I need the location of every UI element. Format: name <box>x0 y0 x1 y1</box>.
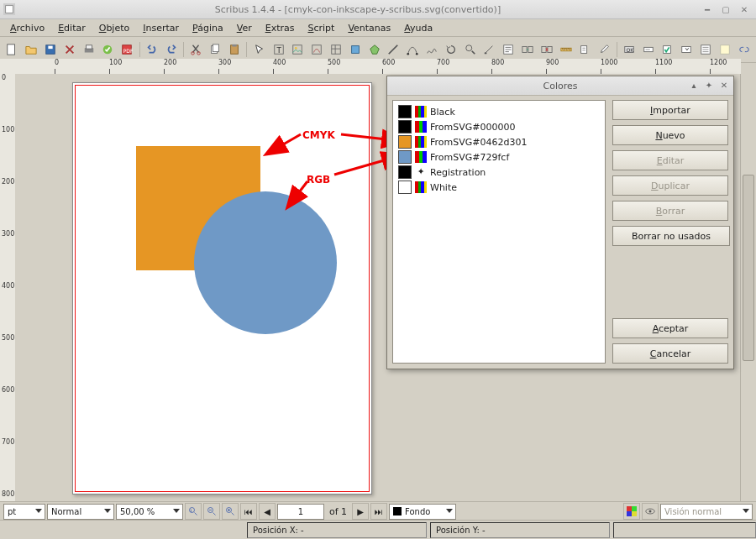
svg-rect-31 <box>542 47 546 53</box>
hruler-tick: 300 <box>218 59 231 66</box>
minimize-icon[interactable]: ━ <box>699 3 716 15</box>
viewmode-combo[interactable]: Normal <box>47 504 114 520</box>
nuevo-button[interactable]: Nuevo <box>612 125 728 145</box>
color-list-item[interactable]: FromSVG#000000 <box>395 119 603 134</box>
image-frame-icon[interactable] <box>289 40 307 59</box>
edit-text-icon[interactable] <box>480 40 498 59</box>
print-icon[interactable] <box>80 40 97 59</box>
zoom-field[interactable]: 50,00 % <box>116 504 183 520</box>
menu-insertar[interactable]: Insertar <box>138 21 184 35</box>
layer-combo[interactable]: Fondo <box>389 504 456 520</box>
pdf-annot-icon[interactable] <box>716 40 733 59</box>
unit-value: pt <box>8 507 16 516</box>
last-page-icon[interactable]: ⏭ <box>370 503 387 520</box>
unlink-frames-icon[interactable] <box>538 40 555 59</box>
dialog-titlebar[interactable]: Colores ▴ ✦ ✕ <box>387 76 733 96</box>
menu-archivo[interactable]: Archivo <box>5 21 50 35</box>
save-icon[interactable] <box>42 40 60 59</box>
document-page[interactable]: CMYK RGB <box>72 82 372 495</box>
dialog-shade-icon[interactable]: ▴ <box>688 79 700 91</box>
unit-combo[interactable]: pt <box>3 504 45 520</box>
vision-combo[interactable]: Visión normal <box>660 504 753 520</box>
dialog-close-icon[interactable]: ✕ <box>718 79 730 91</box>
story-editor-icon[interactable] <box>500 40 517 59</box>
polygon-icon[interactable] <box>365 40 383 59</box>
dialog-float-icon[interactable]: ✦ <box>703 79 715 91</box>
table-icon[interactable] <box>328 40 345 59</box>
aceptar-button[interactable]: Aceptar <box>612 318 728 338</box>
pdf-pushbutton-icon[interactable]: OK <box>620 40 638 59</box>
undo-icon[interactable] <box>144 40 161 59</box>
pdf-checkbox-icon[interactable] <box>659 40 676 59</box>
zoom-100-icon[interactable]: 1 <box>185 503 202 520</box>
new-file-icon[interactable] <box>3 40 21 59</box>
color-list-item[interactable]: ✦Registration <box>395 165 603 180</box>
color-list-item[interactable]: FromSVG#729fcf <box>395 149 603 165</box>
line-icon[interactable] <box>385 40 402 59</box>
pdf-listbox-icon[interactable] <box>697 40 715 59</box>
vertical-scrollbar[interactable] <box>740 74 756 502</box>
pdf-textfield-icon[interactable] <box>639 40 657 59</box>
layer-value: Fondo <box>405 507 430 516</box>
export-pdf-icon[interactable]: PDF <box>118 40 136 59</box>
cmyk-mode-icon <box>415 181 427 193</box>
open-file-icon[interactable] <box>23 40 40 59</box>
cut-icon[interactable] <box>187 40 205 59</box>
color-list-item[interactable]: FromSVG#0462d301 <box>395 134 603 149</box>
text-frame-icon[interactable]: T <box>270 40 287 59</box>
menu-editar[interactable]: Editar <box>53 21 91 35</box>
prev-page-icon[interactable]: ◀ <box>259 503 276 520</box>
zoom-out-icon[interactable] <box>203 503 220 520</box>
cancelar-button[interactable]: Cancelar <box>612 343 728 364</box>
zoom-icon[interactable] <box>461 40 479 59</box>
close-doc-icon[interactable] <box>60 40 78 59</box>
render-frame-icon[interactable] <box>308 40 326 59</box>
maximize-icon[interactable]: ▢ <box>717 3 734 15</box>
color-name-label: FromSVG#729fcf <box>430 152 509 163</box>
preview-toggle-icon[interactable] <box>642 503 659 520</box>
paste-icon[interactable] <box>226 40 244 59</box>
redo-icon[interactable] <box>162 40 180 59</box>
blue-circle-shape[interactable] <box>194 191 337 334</box>
rotate-icon[interactable] <box>442 40 459 59</box>
importar-button[interactable]: Importar <box>612 100 728 120</box>
color-list-item[interactable]: White <box>395 180 603 195</box>
current-page-field[interactable]: 1 <box>277 504 324 520</box>
posx-label: Posición X: <box>253 526 298 535</box>
editar-button[interactable]: Editar <box>612 150 728 170</box>
shape-icon[interactable] <box>346 40 364 59</box>
colors-listbox[interactable]: BlackFromSVG#000000FromSVG#0462d301FromS… <box>392 100 606 364</box>
menu-script[interactable]: Script <box>302 21 339 35</box>
colors-dialog[interactable]: Colores ▴ ✦ ✕ BlackFromSVG#000000FromSVG… <box>386 76 734 369</box>
link-frames-icon[interactable] <box>519 40 537 59</box>
select-tool-icon[interactable] <box>250 40 268 59</box>
menu-ventanas[interactable]: Ventanas <box>343 21 396 35</box>
measure-icon[interactable] <box>557 40 575 59</box>
toolbar-separator <box>139 42 140 57</box>
freehand-icon[interactable] <box>423 40 441 59</box>
menu-extras[interactable]: Extras <box>260 21 300 35</box>
toolbar-separator <box>246 42 247 57</box>
zoom-in-icon[interactable] <box>222 503 239 520</box>
vscroll-thumb[interactable] <box>743 175 754 361</box>
color-list-item[interactable]: Black <box>395 104 603 119</box>
pdf-link-icon[interactable] <box>735 40 753 59</box>
bezier-icon[interactable] <box>404 40 422 59</box>
preflight-icon[interactable] <box>99 40 117 59</box>
copy-props-icon[interactable] <box>576 40 594 59</box>
first-page-icon[interactable]: ⏮ <box>240 503 257 520</box>
next-page-icon[interactable]: ▶ <box>352 503 369 520</box>
menu-ayuda[interactable]: Ayuda <box>399 21 438 35</box>
close-icon[interactable]: ✕ <box>736 3 753 15</box>
copy-icon[interactable] <box>207 40 224 59</box>
menu-pagina[interactable]: Página <box>187 21 228 35</box>
pdf-combobox-icon[interactable] <box>678 40 696 59</box>
eyedropper-icon[interactable] <box>596 40 613 59</box>
menu-ver[interactable]: Ver <box>232 21 257 35</box>
cms-toggle-icon[interactable] <box>623 503 640 520</box>
borrar-no-usados-button[interactable]: Borrar no usados <box>612 226 730 246</box>
duplicar-button[interactable]: Duplicar <box>612 175 728 196</box>
borrar-button[interactable]: Borrar <box>612 201 728 221</box>
svg-text:T: T <box>276 46 281 55</box>
menu-objeto[interactable]: Objeto <box>94 21 135 35</box>
